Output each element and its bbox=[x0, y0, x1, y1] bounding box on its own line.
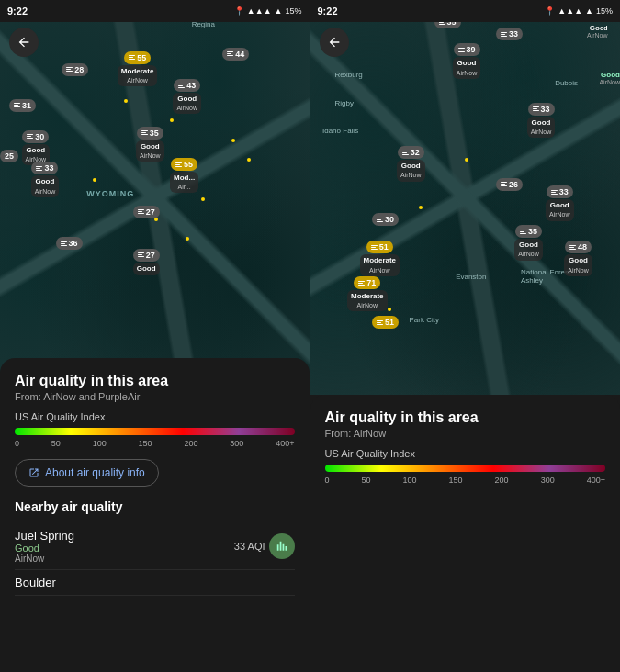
location-icon-2: 📍 bbox=[545, 6, 555, 16]
aqi-marker-43: 43 GoodAirNow bbox=[173, 79, 201, 114]
aqi-marker-36: 36 bbox=[56, 237, 83, 250]
p2-good-label-2: Good AirNow bbox=[599, 71, 620, 85]
aqi-gradient-bar-1 bbox=[15, 428, 295, 435]
wifi-icon-2: ▲ bbox=[585, 6, 593, 16]
status-icons-1: 📍 ▲▲▲ ▲ 15% bbox=[234, 6, 302, 16]
place-parkcity: Park City bbox=[410, 316, 439, 324]
station-source-1: AirNow bbox=[15, 554, 74, 564]
status-time-2: 9:22 bbox=[318, 6, 338, 17]
signal-icon-2: ▲▲▲ bbox=[558, 6, 582, 16]
phone-panel-2: 9:22 📍 ▲▲▲ ▲ 15% Rexburg Rigby Idaho Fal… bbox=[310, 0, 621, 672]
aqi-marker-33: 33 GoodAirNow bbox=[31, 162, 60, 196]
about-btn-label-1: About air quality info bbox=[45, 466, 145, 479]
aqi-marker-27: 27 bbox=[133, 206, 160, 218]
nearby-title-1: Nearby air quality bbox=[15, 499, 295, 514]
station-name-1: Juel Spring bbox=[15, 529, 74, 543]
p2-marker-51-bot: 51 bbox=[372, 316, 399, 329]
aqi-marker-55-2: 55 Mod...Air... bbox=[170, 158, 198, 193]
map-area-2[interactable]: Rexburg Rigby Idaho Falls Evanston Park … bbox=[310, 0, 621, 395]
aqi-marker-55-mod: 55 ModerateAirNow bbox=[118, 51, 158, 86]
p2-marker-30: 30 bbox=[372, 213, 399, 226]
aqi-marker-31: 31 bbox=[9, 99, 36, 112]
place-rexburg: Rexburg bbox=[335, 71, 363, 79]
aqi-marker-30: 30 GoodAirNow bbox=[22, 130, 51, 165]
aqi-scale-numbers-2: 0 50 100 150 200 300 400+ bbox=[325, 476, 606, 485]
aqi-marker-35: 35 GoodAirNow bbox=[136, 127, 164, 162]
bottom-sheet-2: Air quality in this area From: AirNow US… bbox=[310, 395, 621, 672]
wifi-icon: ▲ bbox=[275, 6, 283, 16]
place-rigby: Rigby bbox=[335, 99, 354, 107]
p2-marker-48: 48 GoodAirNow bbox=[564, 241, 592, 275]
p2-marker-33-mid: 33 GoodAirNow bbox=[527, 103, 556, 138]
station-item-2: Boulder bbox=[15, 570, 295, 596]
p2-marker-71: 71 ModerateAirNow bbox=[347, 276, 388, 311]
aqi-marker-44: 44 bbox=[222, 48, 249, 61]
place-ashley: Ashley bbox=[521, 276, 543, 285]
place-dubois: Dubois bbox=[555, 79, 578, 87]
p2-marker-35-r: 35 GoodAirNow bbox=[514, 225, 543, 260]
aqi-marker-27-2: 27 Good bbox=[133, 249, 160, 275]
map-area-1[interactable]: Calgary Regina WYOMING 55 ModerateAirNow… bbox=[0, 0, 310, 395]
aqi-marker-25: 25 bbox=[0, 150, 18, 162]
place-national-forest: National Forest bbox=[521, 268, 570, 276]
about-btn-1[interactable]: About air quality info bbox=[15, 459, 159, 487]
p2-marker-51-mod: 51 ModerateAirNow bbox=[360, 241, 400, 275]
station-name-2: Boulder bbox=[15, 576, 56, 589]
p2-marker-33-top: 33 bbox=[496, 28, 523, 40]
p2-good-label-1: Good AirNow bbox=[587, 24, 608, 39]
station-aqi-circle-1 bbox=[269, 533, 295, 559]
p2-marker-39: 39 GoodAirNow bbox=[453, 43, 481, 78]
map-background-2: Rexburg Rigby Idaho Falls Evanston Park … bbox=[310, 0, 621, 395]
p2-marker-33-r: 33 GoodAirNow bbox=[546, 185, 574, 220]
place-evanston: Evanston bbox=[456, 273, 486, 281]
battery-icon: 15% bbox=[285, 6, 301, 16]
map-background-1: Calgary Regina WYOMING 55 ModerateAirNow… bbox=[0, 0, 310, 395]
station-quality-1: Good bbox=[15, 543, 74, 554]
status-time-1: 9:22 bbox=[7, 6, 28, 17]
bottom-sheet-1: Air quality in this area From: AirNow an… bbox=[0, 358, 310, 672]
aqi-gradient-bar-2 bbox=[325, 465, 606, 472]
p2-marker-32: 32 GoodAirNow bbox=[397, 146, 425, 181]
sheet-subtitle-1: From: AirNow and PurpleAir bbox=[15, 391, 295, 402]
aqi-scale-label-2: US Air Quality Index bbox=[325, 448, 606, 459]
sheet-subtitle-2: From: AirNow bbox=[325, 428, 606, 439]
status-icons-2: 📍 ▲▲▲ ▲ 15% bbox=[545, 6, 613, 16]
battery-icon-2: 15% bbox=[596, 6, 613, 16]
status-bar-1: 9:22 📍 ▲▲▲ ▲ 15% bbox=[0, 0, 310, 22]
sheet-title-2: Air quality in this area bbox=[325, 409, 606, 426]
place-wyoming: WYOMING bbox=[86, 189, 134, 198]
aqi-scale-numbers-1: 0 50 100 150 200 300 400+ bbox=[15, 439, 295, 448]
status-bar-2: 9:22 📍 ▲▲▲ ▲ 15% bbox=[310, 0, 621, 22]
place-idahofalls: Idaho Falls bbox=[322, 127, 358, 135]
phone-panel-1: 9:22 📍 ▲▲▲ ▲ 15% Calgary Regina WYOMING … bbox=[0, 0, 310, 672]
sheet-title-1: Air quality in this area bbox=[15, 373, 295, 389]
back-button-2[interactable] bbox=[320, 28, 349, 57]
location-icon: 📍 bbox=[234, 6, 244, 16]
station-item-1: Juel Spring Good AirNow 33 AQI bbox=[15, 523, 295, 570]
aqi-marker-28: 28 bbox=[62, 63, 88, 76]
p2-marker-26: 26 bbox=[496, 178, 523, 191]
back-button-1[interactable] bbox=[9, 28, 39, 57]
signal-icon: ▲▲▲ bbox=[247, 6, 272, 16]
aqi-scale-label-1: US Air Quality Index bbox=[15, 411, 295, 422]
station-aqi-num-1: 33 AQI bbox=[234, 541, 265, 552]
